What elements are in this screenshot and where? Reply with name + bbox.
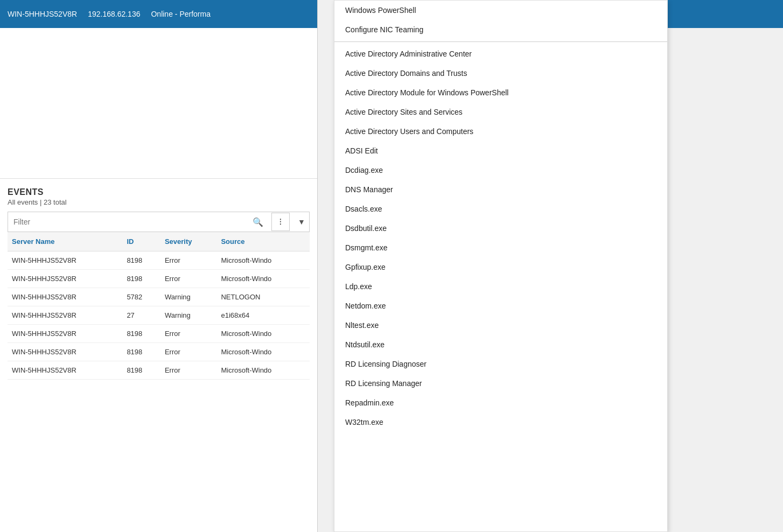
table-row[interactable]: WIN-5HHHJS52V8R8198ErrorMicrosoft-Windo (8, 325, 310, 343)
menu-item-2[interactable]: Active Directory Module for Windows Powe… (334, 83, 667, 102)
menu-item-18[interactable]: Repadmin.exe (334, 393, 667, 412)
cell-id: 8198 (122, 270, 160, 288)
left-panel: WIN-5HHHJS52V8R 192.168.62.136 Online - … (0, 0, 318, 532)
search-button[interactable]: 🔍 (248, 212, 268, 232)
menu-item-16[interactable]: RD Licensing Diagnoser (334, 354, 667, 374)
menu-main-section: Active Directory Administrative CenterAc… (334, 44, 667, 432)
cell-id: 8198 (122, 361, 160, 380)
col-severity[interactable]: Severity (160, 232, 217, 251)
events-table: Server Name ID Severity Source WIN-5HHHJ… (8, 232, 310, 380)
cell-source: NETLOGON (216, 288, 310, 306)
cell-server: WIN-5HHHJS52V8R (8, 343, 122, 361)
menu-item-9[interactable]: Dsdbutil.exe (334, 219, 667, 238)
cell-source: Microsoft-Windo (216, 361, 310, 380)
menu-item-6[interactable]: Dcdiag.exe (334, 160, 667, 180)
cell-id: 8198 (122, 251, 160, 270)
cell-id: 8198 (122, 325, 160, 343)
menu-item-top-0[interactable]: Windows PowerShell (334, 1, 667, 20)
cell-severity: Error (160, 361, 217, 380)
cell-source: Microsoft-Windo (216, 325, 310, 343)
cell-source: Microsoft-Windo (216, 270, 310, 288)
menu-item-14[interactable]: Nltest.exe (334, 316, 667, 335)
menu-item-1[interactable]: Active Directory Domains and Trusts (334, 64, 667, 83)
cell-server: WIN-5HHHJS52V8R (8, 361, 122, 380)
table-header-row: Server Name ID Severity Source (8, 232, 310, 251)
menu-item-8[interactable]: Dsacls.exe (334, 199, 667, 219)
events-subtitle: All events | 23 total (8, 198, 310, 206)
cell-severity: Error (160, 251, 217, 270)
cell-server: WIN-5HHHJS52V8R (8, 288, 122, 306)
table-row[interactable]: WIN-5HHHJS52V8R8198ErrorMicrosoft-Windo (8, 343, 310, 361)
table-row[interactable]: WIN-5HHHJS52V8R5782WarningNETLOGON (8, 288, 310, 306)
cell-id: 5782 (122, 288, 160, 306)
menu-item-0[interactable]: Active Directory Administrative Center (334, 44, 667, 64)
menu-item-top-1[interactable]: Configure NIC Teaming (334, 20, 667, 39)
far-right-strip (667, 0, 783, 28)
menu-item-19[interactable]: W32tm.exe (334, 412, 667, 432)
menu-item-4[interactable]: Active Directory Users and Computers (334, 122, 667, 141)
server-status: Online - Performa (151, 10, 210, 18)
cell-severity: Error (160, 270, 217, 288)
cell-server: WIN-5HHHJS52V8R (8, 306, 122, 325)
menu-item-7[interactable]: DNS Manager (334, 180, 667, 199)
table-row[interactable]: WIN-5HHHJS52V8R27Warninge1i68x64 (8, 306, 310, 325)
menu-item-5[interactable]: ADSI Edit (334, 141, 667, 160)
server-ip: 192.168.62.136 (88, 10, 140, 18)
events-title: EVENTS (8, 187, 310, 197)
cell-source: e1i68x64 (216, 306, 310, 325)
menu-item-13[interactable]: Netdom.exe (334, 296, 667, 316)
cell-source: Microsoft-Windo (216, 251, 310, 270)
dropdown-menu: Windows PowerShellConfigure NIC Teaming … (334, 0, 668, 532)
events-filter-bar: 🔍 ⁝ ▼ (8, 212, 310, 232)
table-row[interactable]: WIN-5HHHJS52V8R8198ErrorMicrosoft-Windo (8, 361, 310, 380)
left-content-area (0, 28, 317, 179)
cell-severity: Warning (160, 306, 217, 325)
cell-severity: Error (160, 325, 217, 343)
cell-source: Microsoft-Windo (216, 343, 310, 361)
menu-item-11[interactable]: Gpfixup.exe (334, 257, 667, 277)
cell-server: WIN-5HHHJS52V8R (8, 251, 122, 270)
menu-item-10[interactable]: Dsmgmt.exe (334, 238, 667, 257)
menu-item-3[interactable]: Active Directory Sites and Services (334, 102, 667, 122)
menu-item-12[interactable]: Ldp.exe (334, 277, 667, 296)
cell-severity: Warning (160, 288, 217, 306)
col-server-name[interactable]: Server Name (8, 232, 122, 251)
table-row[interactable]: WIN-5HHHJS52V8R8198ErrorMicrosoft-Windo (8, 270, 310, 288)
server-header-row: WIN-5HHHJS52V8R 192.168.62.136 Online - … (0, 0, 317, 28)
grid-view-button[interactable]: ⁝ (271, 213, 290, 231)
filter-input[interactable] (8, 213, 244, 230)
menu-item-15[interactable]: Ntdsutil.exe (334, 335, 667, 354)
cell-id: 8198 (122, 343, 160, 361)
events-section: EVENTS All events | 23 total 🔍 ⁝ ▼ Serve… (0, 179, 317, 380)
dropdown-button[interactable]: ▼ (294, 212, 309, 232)
server-name: WIN-5HHHJS52V8R (8, 10, 77, 18)
cell-server: WIN-5HHHJS52V8R (8, 325, 122, 343)
menu-top-section: Windows PowerShellConfigure NIC Teaming (334, 1, 667, 39)
col-source[interactable]: Source (216, 232, 310, 251)
cell-severity: Error (160, 343, 217, 361)
menu-divider (334, 41, 667, 42)
menu-item-17[interactable]: RD Licensing Manager (334, 374, 667, 393)
col-id[interactable]: ID (122, 232, 160, 251)
table-row[interactable]: WIN-5HHHJS52V8R8198ErrorMicrosoft-Windo (8, 251, 310, 270)
cell-server: WIN-5HHHJS52V8R (8, 270, 122, 288)
cell-id: 27 (122, 306, 160, 325)
